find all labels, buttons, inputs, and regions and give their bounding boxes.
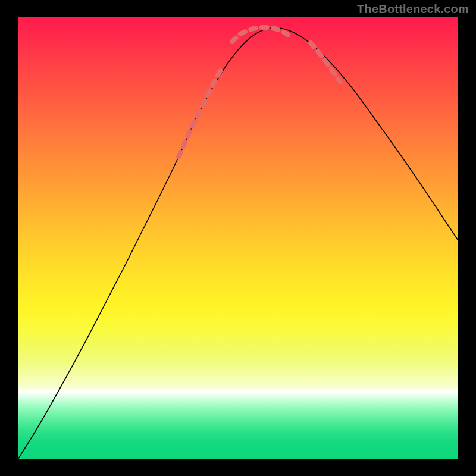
- highlight-left: [178, 69, 221, 157]
- highlight-right: [311, 43, 340, 82]
- bottleneck-curve: [18, 28, 458, 459]
- chart-frame: TheBottleneck.com: [0, 0, 476, 476]
- watermark: TheBottleneck.com: [357, 2, 469, 16]
- highlight-bottom: [232, 27, 289, 42]
- chart-svg: [18, 17, 458, 459]
- plot-area: [18, 17, 458, 459]
